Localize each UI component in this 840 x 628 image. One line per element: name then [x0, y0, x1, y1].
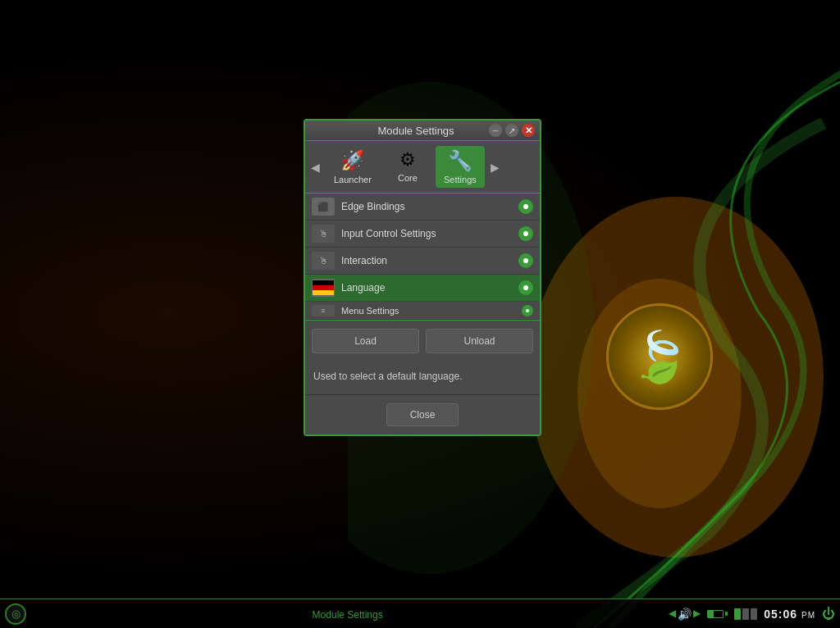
- input-control-toggle-dot: [523, 231, 528, 236]
- battery-nub: [725, 612, 728, 616]
- battery-icon: [707, 610, 724, 618]
- title-bar-buttons: ─ ↗ ✕: [489, 124, 535, 137]
- time-value: 05:06: [764, 608, 797, 621]
- language-toggle[interactable]: [518, 280, 533, 295]
- edge-bindings-name: Edge Bindings: [341, 201, 512, 212]
- edge-bindings-toggle-dot: [523, 204, 528, 209]
- flag-stripe-yellow: [313, 290, 334, 295]
- battery-fill: [708, 611, 714, 617]
- language-icon: [312, 279, 335, 297]
- menu-settings-toggle[interactable]: [522, 305, 533, 316]
- logo-icon: ◎: [11, 608, 21, 620]
- interaction-icon: 🖱: [312, 252, 335, 270]
- settings-icon: 🔧: [448, 149, 472, 172]
- title-bar: Module Settings ─ ↗ ✕: [305, 121, 540, 141]
- german-flag: [313, 280, 334, 295]
- edge-bindings-toggle[interactable]: [518, 199, 533, 214]
- module-item-interaction[interactable]: 🖱 Interaction: [305, 248, 540, 275]
- taskbar-left: ◎: [5, 603, 26, 625]
- taskbar-logo[interactable]: ◎: [5, 603, 26, 625]
- tab-next-button[interactable]: ▶: [488, 146, 502, 188]
- interaction-toggle[interactable]: [518, 253, 533, 268]
- bar-2: [742, 608, 749, 620]
- leaf-decoration: 🍃: [606, 303, 713, 410]
- menu-settings-icon: ≡: [312, 305, 335, 316]
- arrow-right-icon[interactable]: ▶: [693, 608, 701, 621]
- power-icon[interactable]: ⏻: [822, 607, 835, 621]
- leaf-icon: 🍃: [629, 328, 691, 386]
- tab-core-label: Core: [398, 173, 418, 183]
- module-item-edge-bindings[interactable]: ⬛ Edge Bindings: [305, 193, 540, 221]
- tab-launcher[interactable]: 🚀 Launcher: [326, 146, 380, 188]
- tab-settings-label: Settings: [444, 175, 477, 184]
- restore-button[interactable]: ↗: [505, 124, 518, 137]
- launcher-icon: 🚀: [340, 149, 365, 172]
- taskbar-right: ◀ 🔊 ▶ 05:06 PM ⏻: [669, 607, 835, 621]
- battery-indicator: [707, 610, 728, 618]
- taskbar-window-label: Module Settings: [313, 609, 383, 621]
- module-settings-dialog: Module Settings ─ ↗ ✕ ◀ 🚀 Launcher ⚙ Cor…: [304, 119, 541, 436]
- close-button[interactable]: Close: [386, 403, 459, 426]
- interaction-name: Interaction: [341, 255, 512, 266]
- taskbar-arrows: ◀ 🔊 ▶: [669, 608, 701, 621]
- unload-button[interactable]: Unload: [426, 329, 533, 353]
- bar-3: [751, 608, 757, 620]
- module-list[interactable]: ⬛ Edge Bindings 🖱 Input Control Settings…: [305, 193, 540, 320]
- input-control-toggle[interactable]: [518, 226, 533, 241]
- language-toggle-dot: [523, 285, 528, 290]
- module-item-language[interactable]: Language: [305, 275, 540, 302]
- actions-area: Load Unload: [305, 320, 540, 362]
- bar-1: [734, 608, 741, 620]
- close-area: Close: [305, 394, 540, 435]
- taskbar: ◎ Module Settings ◀ 🔊 ▶ 05:06 PM ⏻: [0, 598, 840, 628]
- edge-bindings-icon: ⬛: [312, 198, 335, 216]
- tab-settings[interactable]: 🔧 Settings: [436, 146, 485, 188]
- language-name: Language: [341, 282, 512, 294]
- tab-launcher-label: Launcher: [334, 175, 372, 184]
- tab-prev-button[interactable]: ◀: [308, 146, 322, 188]
- close-x-button[interactable]: ✕: [522, 124, 535, 137]
- load-button[interactable]: Load: [312, 329, 419, 353]
- module-item-menu-settings[interactable]: ≡ Menu Settings: [305, 302, 540, 320]
- menu-settings-name: Menu Settings: [341, 306, 515, 316]
- input-control-name: Input Control Settings: [341, 228, 512, 239]
- menu-settings-toggle-dot: [526, 309, 529, 312]
- core-icon: ⚙: [399, 149, 416, 171]
- minimize-button[interactable]: ─: [489, 124, 502, 137]
- signal-bars: [734, 608, 757, 620]
- dialog-title: Module Settings: [343, 125, 489, 137]
- interaction-toggle-dot: [523, 258, 528, 263]
- module-item-input-control[interactable]: 🖱 Input Control Settings: [305, 221, 540, 248]
- taskbar-time: 05:06 PM: [764, 608, 815, 621]
- taskbar-center: Module Settings: [26, 607, 669, 621]
- description-area: Used to select a default language.: [305, 362, 540, 394]
- tab-area: ◀ 🚀 Launcher ⚙ Core 🔧 Settings ▶: [305, 141, 540, 193]
- input-control-icon: 🖱: [312, 225, 335, 243]
- time-ampm: PM: [801, 611, 815, 620]
- arrow-left-icon[interactable]: ◀: [669, 608, 676, 621]
- tab-core[interactable]: ⚙ Core: [383, 146, 432, 188]
- volume-icon[interactable]: 🔊: [678, 608, 692, 621]
- description-text: Used to select a default language.: [313, 371, 462, 382]
